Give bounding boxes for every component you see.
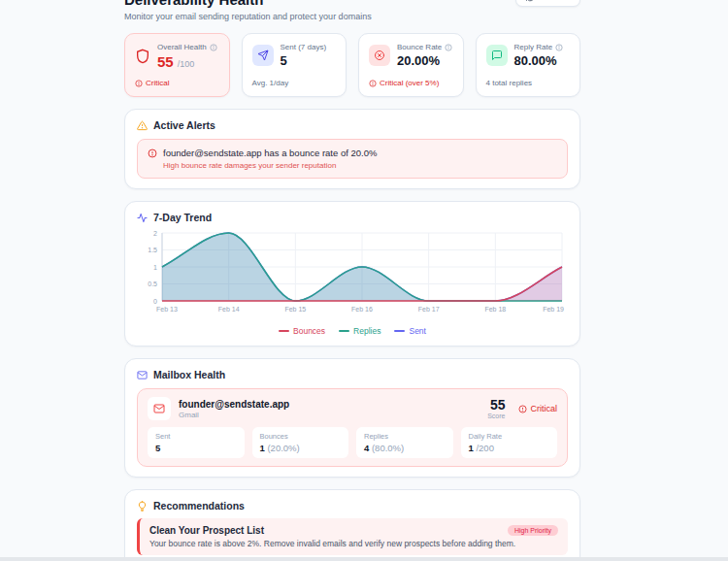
legend-label: Bounces [293, 326, 325, 336]
alert-circle-icon [135, 80, 143, 87]
warning-icon [137, 120, 148, 131]
svg-text:Feb 17: Feb 17 [418, 306, 440, 313]
info-icon[interactable] [555, 44, 563, 51]
active-alerts-title: Active Alerts [153, 119, 215, 131]
reply-icon [486, 45, 508, 66]
legend-item-sent[interactable]: Sent [394, 326, 426, 336]
svg-text:Feb 18: Feb 18 [484, 306, 506, 313]
alert-circle-icon [518, 405, 527, 413]
stat-label-text: Sent (7 days) [281, 43, 327, 51]
mailbox-score: 55 [487, 398, 505, 412]
mailbox-score-label: Score [487, 412, 505, 419]
stat-footnote-text: Critical (over 5%) [380, 79, 439, 87]
stat-cards-row: Overall Health 55 /100 Critical Sent (7 [124, 33, 580, 97]
info-icon[interactable] [445, 44, 452, 51]
stat-label-text: Bounce Rate [397, 43, 442, 51]
mb-stat-extra: (20.0%) [267, 443, 299, 453]
legend-label: Replies [353, 326, 381, 336]
stat-footnote-text: 4 total replies [486, 79, 533, 87]
stat-footnote-text: Avg. 1/day [252, 79, 289, 87]
legend-swatch [394, 330, 405, 332]
stat-footnote: Critical [135, 79, 219, 87]
mb-stat-extra: /200 [476, 443, 494, 453]
mailbox-health-title: Mailbox Health [153, 369, 225, 380]
mailbox-stat-bounces: Bounces 1 (20.0%) [252, 427, 349, 458]
legend-swatch [279, 330, 289, 332]
mailbox-provider: Gmail [179, 411, 289, 419]
svg-text:0.5: 0.5 [148, 280, 157, 287]
svg-text:0: 0 [153, 298, 157, 305]
mb-stat-value: 4 [364, 443, 369, 453]
mailbox-account-row: founder@sendstate.app Gmail 55 Score Cri… [148, 397, 557, 420]
svg-text:1.5: 1.5 [148, 247, 157, 253]
send-icon [252, 45, 274, 66]
stat-card-reply-rate: Reply Rate 80.00% 4 total replies [476, 33, 581, 97]
mailbox-mail-icon [148, 397, 171, 420]
stat-label: Reply Rate [514, 43, 564, 51]
stat-label: Bounce Rate [397, 43, 452, 51]
recommendation-description: Your bounce rate is above 2%. Remove inv… [149, 539, 558, 548]
svg-text:Feb 13: Feb 13 [156, 306, 178, 313]
stat-label: Overall Health [157, 43, 217, 51]
mb-stat-value: 1 [260, 443, 265, 453]
info-icon[interactable] [210, 44, 217, 51]
activity-icon [137, 213, 148, 223]
legend-item-replies[interactable]: Replies [339, 326, 381, 336]
mailbox-stats-row: Sent 5 Bounces 1 (20.0%) Replies 4 (80.0… [148, 427, 557, 458]
refresh-icon [526, 0, 535, 2]
alert-message: founder@sendstate.app has a bounce rate … [163, 148, 377, 158]
priority-badge: High Priority [508, 525, 558, 536]
stat-label: Sent (7 days) [281, 43, 327, 51]
mailbox-health-section: Mailbox Health founder@sendstate.app Gma… [124, 358, 580, 478]
recommendation-title: Clean Your Prospect List [149, 525, 264, 536]
legend-swatch [339, 330, 349, 332]
viewport-bottom-edge [0, 557, 728, 561]
svg-text:Feb 15: Feb 15 [284, 306, 306, 313]
recommendation-item: Clean Your Prospect List High Priority Y… [137, 518, 568, 555]
refresh-label: Refresh [539, 0, 570, 2]
stat-footnote: 4 total replies [486, 79, 571, 87]
recommendations-title: Recommendations [153, 500, 245, 512]
svg-text:2: 2 [153, 230, 157, 237]
alert-circle-icon [369, 80, 377, 87]
bounce-icon [369, 45, 390, 66]
mailbox-status-text: Critical [530, 404, 557, 413]
stat-label-text: Overall Health [157, 43, 207, 51]
overall-health-value: 55 [157, 53, 174, 70]
main-content: Deliverability Health Monitor your email… [124, 0, 580, 561]
sent-value: 5 [281, 53, 327, 68]
mailbox-stat-sent: Sent 5 [148, 427, 245, 458]
svg-text:1: 1 [153, 264, 157, 271]
mailbox-email: founder@sendstate.app [179, 399, 289, 410]
alert-message-row: founder@sendstate.app has a bounce rate … [148, 148, 557, 158]
mb-stat-label: Sent [155, 432, 237, 441]
stat-card-bounce-rate: Bounce Rate 20.00% Critical (over 5%) [358, 33, 464, 97]
recommendations-header: Recommendations [137, 500, 568, 512]
stat-footnote: Critical (over 5%) [369, 79, 453, 87]
overall-health-suffix: /100 [178, 59, 195, 69]
reply-rate-value: 80.00% [514, 53, 564, 68]
legend-label: Sent [409, 326, 426, 336]
stat-footnote-text: Critical [146, 79, 169, 87]
mb-stat-value: 1 [469, 443, 474, 453]
mb-stat-label: Replies [364, 432, 446, 441]
mb-stat-label: Daily Rate [469, 432, 550, 441]
active-alerts-header: Active Alerts [137, 119, 568, 131]
trend-header: 7-Day Trend [137, 212, 568, 223]
trend-title: 7-Day Trend [153, 212, 212, 223]
recommendations-section: Recommendations Clean Your Prospect List… [124, 489, 580, 561]
mb-stat-extra: (80.0%) [372, 443, 404, 453]
stat-label-text: Reply Rate [514, 43, 553, 51]
active-alerts-section: Active Alerts founder@sendstate.app has … [124, 109, 580, 189]
refresh-button[interactable]: Refresh [515, 0, 580, 7]
alert-circle-icon [148, 148, 157, 158]
stat-value: 55 /100 [157, 53, 217, 70]
alert-item: founder@sendstate.app has a bounce rate … [137, 139, 568, 179]
stat-footnote: Avg. 1/day [252, 79, 337, 87]
page-header: Deliverability Health Monitor your email… [124, 0, 580, 21]
page-title: Deliverability Health [124, 0, 580, 9]
svg-text:Feb 16: Feb 16 [351, 306, 373, 313]
svg-text:Feb 14: Feb 14 [218, 306, 240, 313]
mailbox-status-badge: Critical [518, 404, 557, 413]
legend-item-bounces[interactable]: Bounces [279, 326, 325, 336]
